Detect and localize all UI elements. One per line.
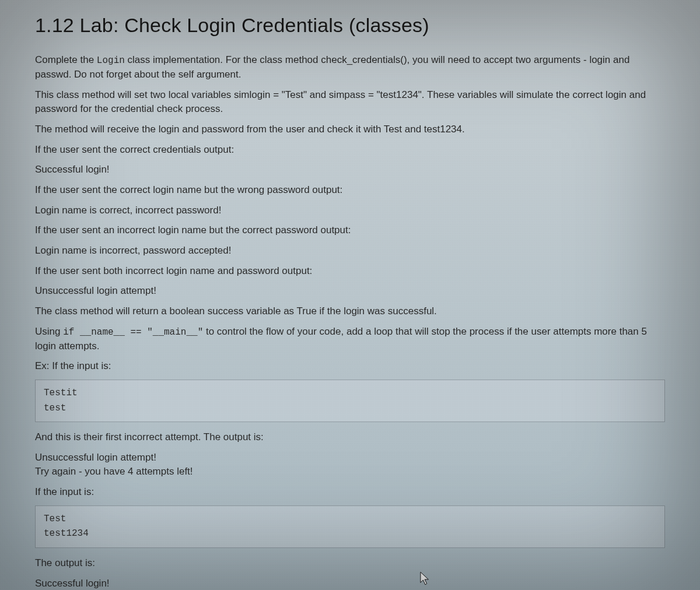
paragraph-ex-input-label: Ex: If the input is: (35, 359, 665, 374)
document-page: 1.12 Lab: Check Login Credentials (class… (0, 0, 700, 590)
paragraph-output-1: Unsuccessful login attempt! Try again - … (35, 451, 665, 479)
paragraph-case1-output: Successful login! (35, 163, 665, 177)
paragraph-case4-output: Unsuccessful login attempt! (35, 284, 665, 298)
inline-code-login: Login (97, 55, 125, 66)
inline-code-mainguard: if __name__ == "__main__" (63, 327, 203, 338)
page-title: 1.12 Lab: Check Login Credentials (class… (35, 14, 665, 37)
paragraph-input-label-2: If the input is: (35, 485, 665, 500)
paragraph-case3-output: Login name is incorrect, password accept… (35, 244, 665, 258)
paragraph-case3-prompt: If the user sent an incorrect login name… (35, 223, 665, 238)
paragraph-receive: The method will receive the login and pa… (35, 122, 665, 137)
paragraph-return: The class method will return a boolean s… (35, 304, 665, 319)
text: Using (35, 326, 63, 337)
paragraph-output-2: Successful login! (35, 577, 665, 590)
paragraph-output-label-2: The output is: (35, 556, 665, 571)
paragraph-intro: Complete the Login class implementation.… (35, 53, 665, 82)
paragraph-first-attempt: And this is their first incorrect attemp… (35, 430, 665, 445)
code-block-input-2: Test test1234 (35, 505, 665, 548)
paragraph-case1-prompt: If the user sent the correct credentials… (35, 143, 665, 157)
paragraph-case2-output: Login name is correct, incorrect passwor… (35, 203, 665, 218)
paragraph-mainguard: Using if __name__ == "__main__" to contr… (35, 325, 665, 354)
text: class implementation. For the class meth… (35, 54, 629, 80)
paragraph-case2-prompt: If the user sent the correct login name … (35, 183, 665, 198)
paragraph-case4-prompt: If the user sent both incorrect login na… (35, 264, 665, 279)
code-block-input-1: Testit test (35, 380, 665, 422)
text: Complete the (35, 54, 97, 65)
paragraph-simvars: This class method will set two local var… (35, 88, 665, 117)
